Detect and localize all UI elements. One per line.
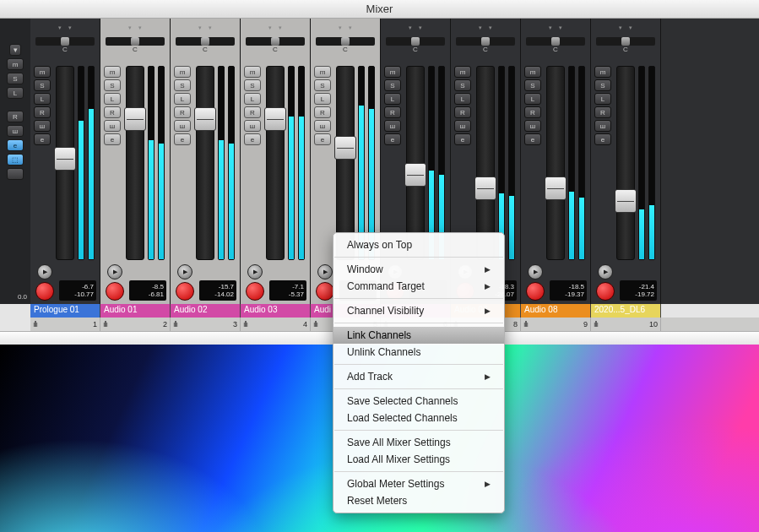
channel-top-dropdown[interactable] <box>100 19 170 37</box>
record-enable[interactable] <box>526 282 545 301</box>
channel-btn-ш[interactable]: ш <box>384 120 401 132</box>
volume-fader[interactable] <box>616 66 635 260</box>
channel-btn-s[interactable]: S <box>104 79 121 91</box>
menu-item[interactable]: Save Selected Channels <box>333 393 504 410</box>
monitor-button[interactable]: ▶ <box>317 264 333 280</box>
pan-slider[interactable] <box>246 37 305 46</box>
channel-btn-m[interactable]: m <box>594 66 611 78</box>
channel-btn-ш[interactable]: ш <box>314 120 331 132</box>
track-index[interactable]: ıllı2 <box>100 318 171 331</box>
channel-btn-m[interactable]: m <box>34 66 51 78</box>
channel-btn-e[interactable]: e <box>454 133 471 145</box>
channel-btn-e[interactable]: e <box>594 133 611 145</box>
channel-btn-s[interactable]: S <box>34 79 51 91</box>
window-titlebar[interactable]: Mixer <box>0 0 759 19</box>
channel-top-dropdown[interactable] <box>381 19 450 37</box>
channel-btn-r[interactable]: R <box>314 106 331 118</box>
pan-slider[interactable] <box>176 37 235 46</box>
menu-item[interactable]: Command Target▶ <box>333 278 504 295</box>
channel-btn-r[interactable]: R <box>244 106 261 118</box>
channel-strip[interactable]: C mSLRшe ▶ -7.1 -5.37 <box>241 19 311 304</box>
channel-top-dropdown[interactable] <box>171 19 240 37</box>
menu-item[interactable]: Add Track▶ <box>333 368 504 385</box>
volume-fader[interactable] <box>336 66 355 260</box>
channel-btn-ш[interactable]: ш <box>524 120 541 132</box>
channel-top-dropdown[interactable] <box>451 19 520 37</box>
channel-strip[interactable]: C mSLRшe ▶ -21.4 -19.72 <box>591 19 661 304</box>
track-index[interactable]: ıllı9 <box>521 318 591 331</box>
channel-btn-e[interactable]: e <box>314 133 331 145</box>
sidebar-write[interactable]: ш <box>7 125 24 137</box>
fader-handle[interactable] <box>54 147 76 171</box>
channel-btn-e[interactable]: e <box>244 133 261 145</box>
channel-btn-ш[interactable]: ш <box>244 120 261 132</box>
fader-handle[interactable] <box>264 107 286 131</box>
volume-fader[interactable] <box>476 66 495 260</box>
channel-btn-s[interactable]: S <box>314 79 331 91</box>
volume-fader[interactable] <box>406 66 425 260</box>
channel-btn-ш[interactable]: ш <box>174 120 191 132</box>
monitor-button[interactable]: ▶ <box>37 264 52 280</box>
sidebar-extra[interactable] <box>7 168 24 180</box>
monitor-button[interactable]: ▶ <box>107 264 122 280</box>
sidebar-mute[interactable]: m <box>7 58 24 70</box>
menu-item[interactable]: Channel Visibility▶ <box>333 302 504 319</box>
volume-fader[interactable] <box>546 66 565 260</box>
channel-btn-l[interactable]: L <box>384 93 401 105</box>
channel-btn-e[interactable]: e <box>104 133 121 145</box>
channel-btn-l[interactable]: L <box>594 93 611 105</box>
monitor-button[interactable]: ▶ <box>528 264 543 280</box>
sidebar-read[interactable]: R <box>7 111 24 122</box>
channel-btn-ш[interactable]: ш <box>34 120 51 132</box>
fader-handle[interactable] <box>545 176 567 200</box>
channel-btn-m[interactable]: m <box>244 66 261 78</box>
track-name[interactable]: 2020...5_DL6 <box>591 304 661 318</box>
monitor-button[interactable]: ▶ <box>247 264 263 280</box>
track-name[interactable]: Audio 03 <box>241 304 311 318</box>
pan-slider[interactable] <box>526 37 585 46</box>
channel-btn-s[interactable]: S <box>174 79 191 91</box>
channel-top-dropdown[interactable] <box>591 19 660 37</box>
channel-btn-e[interactable]: e <box>524 133 541 145</box>
channel-btn-m[interactable]: m <box>174 66 191 78</box>
volume-fader[interactable] <box>126 66 144 260</box>
channel-btn-r[interactable]: R <box>524 106 541 118</box>
sidebar-link-icon[interactable]: ⬚ <box>7 154 24 166</box>
channel-strip[interactable]: C mSLRшe ▶ -18.5 -19.37 <box>521 19 591 304</box>
pan-slider[interactable] <box>596 37 655 46</box>
channel-btn-l[interactable]: L <box>524 93 541 105</box>
record-enable[interactable] <box>596 282 615 301</box>
channel-btn-r[interactable]: R <box>34 106 51 118</box>
pan-slider[interactable] <box>316 37 375 46</box>
track-name[interactable]: Audio 01 <box>100 304 171 318</box>
channel-strip[interactable]: C mSLRшe ▶ -6.7 -10.77 <box>30 19 100 304</box>
channel-top-dropdown[interactable] <box>311 19 380 37</box>
track-name[interactable]: Prologue 01 <box>30 304 100 318</box>
track-index[interactable]: ıllı1 <box>30 318 100 331</box>
menu-item[interactable]: Load All Mixer Settings <box>333 451 504 468</box>
channel-btn-e[interactable]: e <box>174 133 191 145</box>
monitor-button[interactable]: ▶ <box>177 264 192 280</box>
channel-btn-r[interactable]: R <box>454 106 471 118</box>
channel-btn-s[interactable]: S <box>594 79 611 91</box>
volume-fader[interactable] <box>196 66 214 260</box>
channel-btn-r[interactable]: R <box>104 106 121 118</box>
track-index[interactable]: ıllı10 <box>591 318 661 331</box>
channel-strip[interactable]: C mSLRшe ▶ -15.7 -14.02 <box>171 19 241 304</box>
channel-btn-ш[interactable]: ш <box>454 120 471 132</box>
channel-strip[interactable]: C mSLRшe ▶ -8.5 -6.81 <box>100 19 171 304</box>
menu-item[interactable]: Window▶ <box>333 261 504 278</box>
volume-fader[interactable] <box>56 66 74 260</box>
fader-handle[interactable] <box>124 107 146 131</box>
channel-btn-s[interactable]: S <box>454 79 471 91</box>
menu-item[interactable]: Save All Mixer Settings <box>333 434 504 451</box>
track-name[interactable]: Audio 08 <box>521 304 591 318</box>
channel-btn-s[interactable]: S <box>524 79 541 91</box>
record-enable[interactable] <box>246 282 264 301</box>
record-enable[interactable] <box>176 282 194 301</box>
channel-btn-m[interactable]: m <box>384 66 401 78</box>
menu-item[interactable]: Link Channels <box>333 327 504 344</box>
channel-btn-l[interactable]: L <box>314 93 331 105</box>
track-index[interactable]: ıllı4 <box>241 318 311 331</box>
channel-btn-e[interactable]: e <box>34 133 51 145</box>
